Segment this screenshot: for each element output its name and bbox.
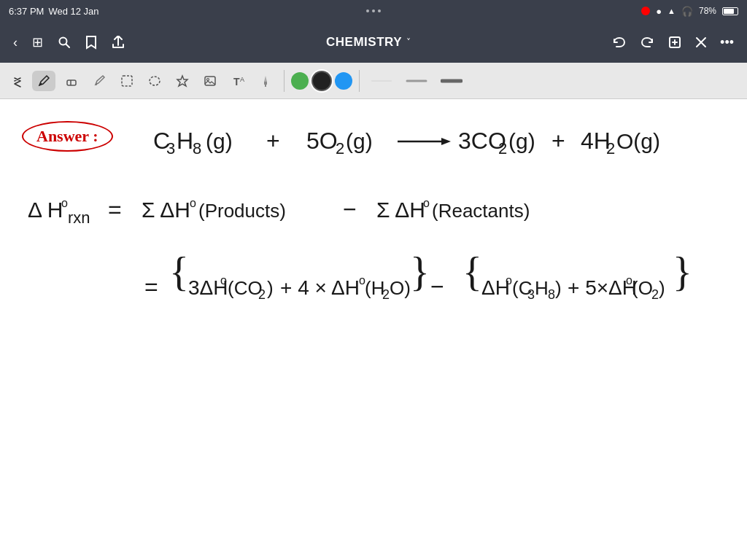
svg-text:−: − [343,196,357,222]
svg-text:(g): (g) [508,129,535,153]
stroke-medium-button[interactable] [401,74,432,88]
svg-text:3: 3 [527,287,535,302]
svg-text:5O: 5O [306,128,338,154]
svg-text:O(g): O(g) [616,129,660,153]
color-blue[interactable] [335,72,352,90]
signal-icon: ▲ [667,7,676,15]
svg-text:T: T [233,76,240,88]
stroke-thin-button[interactable] [366,74,397,88]
app-title: CHEMISTRY [326,35,402,50]
bookmark-button[interactable] [80,31,103,54]
redo-button[interactable] [634,31,660,53]
canvas-area[interactable]: Answer : C 3 H 8 (g) + 5O 2 (g) 3CO 2 (g… [0,99,747,560]
svg-text:3: 3 [166,139,175,158]
back-button[interactable]: ‹ [7,31,23,55]
svg-text:rxn: rxn [68,209,90,227]
battery-icon [722,7,738,15]
grid-button[interactable]: ⊞ [26,30,49,55]
star-tool-button[interactable] [171,71,194,91]
svg-rect-8 [67,80,76,85]
pen-tool-button[interactable] [32,71,55,91]
svg-text:o: o [220,274,227,287]
status-left: 6:37 PM Wed 12 Jan [9,6,99,17]
add-page-button[interactable] [662,31,688,54]
text-tool-button[interactable]: T A [226,71,249,91]
svg-text:H: H [177,128,193,154]
color-green[interactable] [291,72,309,90]
status-center-dots [366,9,381,12]
eraser-tool-button[interactable] [60,71,83,91]
svg-rect-13 [205,77,215,85]
main-toolbar: ‹ ⊞ CHEMISTRY ˅ [0,22,747,63]
stroke-thick-button[interactable] [436,74,467,88]
toolbar-divider-1 [284,70,285,92]
svg-text:H: H [535,277,549,299]
red-dot-icon [641,7,650,15]
svg-text:8: 8 [548,287,555,302]
svg-marker-12 [177,76,187,86]
svg-text:O): O) [390,277,411,299]
svg-text:2: 2 [606,139,615,158]
svg-text:Σ ΔH: Σ ΔH [376,198,425,222]
svg-marker-32 [441,138,451,145]
lasso-tool-button[interactable] [143,71,166,91]
title-area: CHEMISTRY ˅ [133,35,603,50]
svg-text:): ) [555,277,562,299]
svg-text:2: 2 [336,139,344,158]
svg-text:Σ ΔH: Σ ΔH [142,198,190,222]
bluetooth-button[interactable] [7,71,28,91]
color-black[interactable] [313,72,330,90]
svg-text:A: A [240,76,244,83]
svg-line-1 [66,44,70,48]
headphones-icon: 🎧 [681,6,693,17]
date-display: Wed 12 Jan [48,6,98,17]
svg-text:): ) [267,277,274,299]
svg-text:(g): (g) [346,129,373,153]
svg-text:2: 2 [382,287,390,302]
share-button[interactable] [106,31,131,53]
svg-text:}: } [673,249,692,295]
svg-text:+ 4 × ΔH: + 4 × ΔH [280,276,360,299]
svg-text:(Products): (Products) [198,200,286,222]
svg-text:{: { [169,249,189,295]
drawing-toolbar: T A [0,63,747,99]
chemistry-content: C 3 H 8 (g) + 5O 2 (g) 3CO 2 (g) + 4H 2 … [0,99,747,560]
svg-point-14 [207,78,209,80]
toolbar-divider-2 [359,70,360,92]
close-button[interactable] [689,32,713,52]
svg-text:(O: (O [632,277,653,299]
search-button[interactable] [52,31,77,53]
status-right: ● ▲ 🎧 78% [641,6,738,17]
svg-text:{: { [462,249,482,295]
svg-text:2: 2 [498,139,507,158]
svg-text:(g): (g) [206,129,233,153]
chevron-down-icon[interactable]: ˅ [406,37,411,47]
image-tool-button[interactable] [198,71,222,91]
wifi-icon: ● [656,6,662,17]
svg-text:}: } [410,249,430,295]
battery-percent: 78% [699,6,716,16]
svg-text:): ) [659,277,665,299]
right-controls: ••• [606,31,740,55]
highlighter-tool-button[interactable] [254,71,277,91]
svg-rect-10 [122,76,132,86]
svg-text:−: − [430,273,444,300]
svg-text:(CO: (CO [228,277,263,299]
svg-rect-17 [264,82,267,85]
svg-text:2: 2 [258,287,266,302]
svg-text:o: o [61,197,68,209]
svg-text:o: o [423,197,430,209]
svg-text:o: o [190,197,196,209]
svg-text:Δ H: Δ H [28,198,63,222]
more-button[interactable]: ••• [714,31,740,55]
undo-button[interactable] [606,31,632,53]
svg-text:+: + [266,128,280,154]
svg-text:=: = [108,196,122,222]
pencil-tool-button[interactable] [88,71,111,91]
svg-text:+: + [551,128,565,154]
svg-point-11 [150,77,160,85]
svg-text:(Reactants): (Reactants) [432,200,530,222]
svg-text:8: 8 [193,139,201,158]
svg-text:=: = [144,273,158,300]
select-tool-button[interactable] [115,71,139,91]
